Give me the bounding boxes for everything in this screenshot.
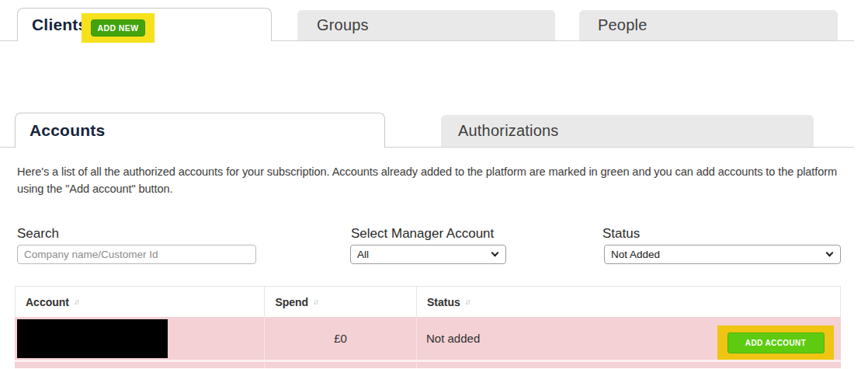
accounts-page: Groups People Clients ADD NEW Authorizat… bbox=[0, 0, 868, 369]
sort-icon: ↓↑ bbox=[465, 298, 470, 306]
chevron-down-icon bbox=[826, 249, 834, 257]
status-filter-label: Status bbox=[602, 226, 640, 242]
status-select[interactable]: Not Added bbox=[604, 245, 841, 264]
tab-people-label: People bbox=[598, 16, 647, 34]
manager-account-select[interactable]: All bbox=[350, 245, 506, 264]
redacted-account-name bbox=[17, 319, 168, 358]
tab-groups-label: Groups bbox=[317, 16, 369, 34]
accounts-table: Account ↓↑ Spend ↓↑ Status ↓↑ £0 Not add… bbox=[15, 286, 841, 368]
tab-authorizations[interactable]: Authorizations bbox=[441, 115, 814, 147]
table-header-row: Account ↓↑ Spend ↓↑ Status ↓↑ bbox=[15, 286, 841, 317]
chevron-down-icon bbox=[491, 249, 499, 257]
table-row-partial bbox=[15, 362, 841, 368]
tab-people[interactable]: People bbox=[579, 10, 838, 40]
search-label: Search bbox=[17, 226, 59, 242]
column-header-spend[interactable]: Spend ↓↑ bbox=[265, 287, 417, 317]
tab-authorizations-label: Authorizations bbox=[458, 122, 559, 140]
status-cell: Not added ADD ACCOUNT bbox=[417, 317, 841, 360]
tab-accounts[interactable]: Accounts bbox=[15, 113, 385, 148]
search-input[interactable] bbox=[17, 245, 256, 264]
account-cell bbox=[15, 317, 265, 360]
add-account-button[interactable]: ADD ACCOUNT bbox=[727, 332, 825, 353]
tab-clients[interactable]: Clients ADD NEW bbox=[17, 8, 272, 41]
manager-account-label: Select Manager Account bbox=[351, 226, 494, 242]
tab-groups[interactable]: Groups bbox=[297, 10, 555, 40]
table-row: £0 Not added ADD ACCOUNT bbox=[15, 317, 841, 362]
status-selected-value: Not Added bbox=[611, 249, 660, 260]
add-new-button[interactable]: ADD NEW bbox=[91, 19, 145, 37]
tab-clients-label: Clients bbox=[32, 16, 87, 34]
page-description: Here's a list of all the authorized acco… bbox=[17, 163, 846, 197]
add-new-highlight: ADD NEW bbox=[82, 13, 155, 43]
column-header-status[interactable]: Status ↓↑ bbox=[417, 287, 840, 317]
sort-icon: ↓↑ bbox=[313, 298, 318, 306]
tab-accounts-label: Accounts bbox=[30, 121, 105, 140]
column-header-account[interactable]: Account ↓↑ bbox=[16, 287, 265, 317]
add-account-highlight: ADD ACCOUNT bbox=[717, 325, 834, 360]
status-value: Not added bbox=[426, 332, 480, 345]
sort-icon: ↓↑ bbox=[74, 298, 78, 306]
manager-account-selected-value: All bbox=[357, 249, 369, 260]
spend-cell: £0 bbox=[265, 317, 417, 360]
